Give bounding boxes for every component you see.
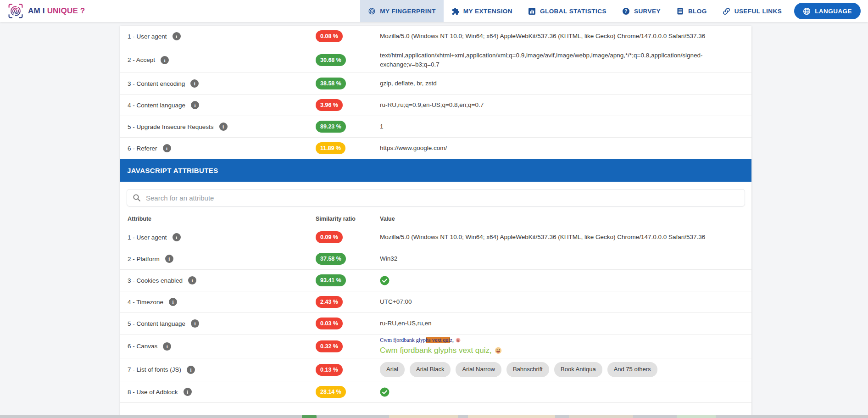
attribute-value: 1	[380, 118, 744, 135]
puzzle-icon	[451, 7, 459, 15]
font-chip: Arial Narrow	[456, 362, 501, 377]
table-row-user-agent: 1 - User agent i 0.08 % Mozilla/5.0 (Win…	[120, 26, 751, 47]
info-icon[interactable]: i	[161, 56, 169, 64]
column-header-similarity-ratio: Similarity ratio	[316, 216, 380, 222]
info-icon[interactable]: i	[184, 388, 192, 396]
blog-icon	[676, 7, 684, 15]
font-chip-more[interactable]: And 75 others	[607, 362, 657, 377]
info-icon[interactable]: i	[169, 298, 177, 306]
nav-item-label: MY FINGERPRINT	[380, 8, 436, 15]
attribute-label: 6 - Referer	[128, 145, 157, 152]
language-label: LANGUAGE	[815, 8, 852, 15]
svg-text:?: ?	[624, 8, 628, 14]
similarity-badge: 30.68 %	[316, 54, 346, 66]
table-row-content-encoding: 3 - Content encoding i 38.58 % gzip, def…	[120, 73, 751, 95]
smiley-emoji-icon	[456, 338, 461, 343]
partial-next-row-peek	[0, 415, 868, 418]
info-icon[interactable]: i	[190, 79, 199, 88]
fingerprint-panel: 1 - User agent i 0.08 % Mozilla/5.0 (Win…	[120, 26, 751, 418]
similarity-badge: 11.89 %	[316, 142, 345, 154]
similarity-badge: 37.58 %	[316, 253, 346, 265]
nav-item-survey[interactable]: ? SURVEY	[614, 0, 668, 22]
font-chip: Book Antiqua	[554, 362, 602, 377]
attribute-search	[127, 189, 745, 206]
attribute-value: https://www.google.com/	[380, 140, 744, 156]
search-area	[120, 182, 751, 210]
similarity-badge: 93.41 %	[316, 274, 346, 286]
info-icon[interactable]: i	[172, 32, 181, 40]
language-button[interactable]: LANGUAGE	[794, 3, 861, 19]
similarity-badge: 0.03 %	[316, 318, 343, 329]
similarity-badge: 0.08 %	[316, 30, 343, 42]
table-column-headers: Attribute Similarity ratio Value	[120, 210, 751, 227]
table-row-js-user-agent: 1 - User agent i 0.09 % Mozilla/5.0 (Win…	[120, 227, 751, 248]
attribute-label: 7 - List of fonts (JS)	[128, 366, 181, 373]
font-chip: Arial	[380, 362, 405, 377]
info-icon[interactable]: i	[163, 342, 171, 351]
table-row-js-cookies-enabled: 3 - Cookies enabled i 93.41 %	[120, 270, 751, 291]
table-row-js-content-language: 5 - Content language i 0.03 % ru-RU,en-U…	[120, 313, 751, 334]
table-row-upgrade-insecure-requests: 5 - Upgrade Insecure Requests i 89.23 % …	[120, 116, 751, 138]
similarity-badge: 0.32 %	[316, 340, 343, 352]
check-circle-icon	[380, 387, 389, 397]
canvas-highlight: hs vext qui	[426, 337, 450, 343]
nav-item-blog[interactable]: BLOG	[668, 0, 715, 22]
font-chip-list: Arial Arial Black Arial Narrow Bahnschri…	[380, 358, 744, 381]
table-row-js-timezone: 4 - Timezone i 2.43 % UTC+07:00	[120, 291, 751, 313]
similarity-badge: 38.58 %	[316, 78, 346, 89]
attribute-value: Win32	[380, 251, 744, 267]
brand-logo[interactable]: AM I UNIQUE ?	[0, 3, 85, 19]
search-icon	[133, 194, 141, 202]
font-chip: Arial Black	[410, 362, 451, 377]
table-row-content-language: 4 - Content language i 3.96 % ru-RU,ru;q…	[120, 95, 751, 116]
info-icon[interactable]: i	[188, 276, 196, 284]
top-navbar: AM I UNIQUE ? MY FINGERPRINT MY EXTENSIO…	[0, 0, 868, 22]
nav-item-my-fingerprint[interactable]: MY FINGERPRINT	[360, 0, 444, 22]
info-icon[interactable]: i	[191, 319, 199, 328]
canvas-test-line-small: Cwm fjordbank glyphs vext quiz,	[380, 336, 744, 344]
globe-icon	[803, 7, 811, 15]
canvas-test-line-large: Cwm fjordbank glyphs vext quiz,	[380, 345, 744, 357]
attribute-label: 4 - Timezone	[128, 299, 163, 306]
nav-item-useful-links[interactable]: USEFUL LINKS	[715, 0, 790, 22]
nav-item-global-statistics[interactable]: GLOBAL STATISTICS	[520, 0, 614, 22]
info-icon[interactable]: i	[219, 123, 228, 131]
table-row-referer: 6 - Referer i 11.89 % https://www.google…	[120, 138, 751, 159]
attribute-label: 2 - Platform	[128, 256, 160, 262]
font-chip: Bahnschrift	[506, 362, 549, 377]
chart-icon	[528, 7, 536, 15]
table-row-js-canvas: 6 - Canvas i 0.32 % Cwm fjordbank glyphs…	[120, 334, 751, 358]
info-icon[interactable]: i	[191, 101, 199, 109]
nav-item-label: USEFUL LINKS	[734, 8, 782, 15]
attribute-label: 4 - Content language	[128, 102, 185, 109]
similarity-badge: 2.43 %	[316, 296, 343, 308]
nav-item-my-extension[interactable]: MY EXTENSION	[444, 0, 520, 22]
brand-name: AM I UNIQUE ?	[28, 6, 85, 16]
nav-item-label: SURVEY	[634, 8, 661, 15]
similarity-badge: 0.13 %	[316, 364, 343, 376]
nav-item-label: BLOG	[688, 8, 707, 15]
attribute-label: 5 - Upgrade Insecure Requests	[128, 123, 214, 130]
partial-badge-peek	[302, 415, 317, 418]
javascript-attributes-table: 1 - User agent i 0.09 % Mozilla/5.0 (Win…	[120, 227, 751, 403]
info-icon[interactable]: i	[165, 255, 173, 263]
attribute-label: 1 - User agent	[128, 234, 167, 241]
attribute-label: 6 - Canvas	[128, 343, 157, 350]
info-icon[interactable]: i	[187, 366, 195, 374]
attribute-label: 3 - Cookies enabled	[128, 277, 183, 284]
info-icon[interactable]: i	[163, 144, 171, 152]
attribute-label: 2 - Accept	[128, 56, 155, 63]
search-input[interactable]	[146, 194, 739, 202]
table-row-js-use-of-adblock: 8 - Use of Adblock i 28.14 %	[120, 381, 751, 403]
nav-menu: MY FINGERPRINT MY EXTENSION GLOBAL STATI…	[360, 0, 868, 22]
similarity-badge: 3.96 %	[316, 99, 343, 111]
attribute-value: gzip, deflate, br, zstd	[380, 75, 744, 92]
info-icon[interactable]: i	[172, 233, 181, 241]
attribute-value: Mozilla/5.0 (Windows NT 10.0; Win64; x64…	[380, 229, 744, 245]
attribute-label: 3 - Content encoding	[128, 80, 185, 87]
question-icon: ?	[622, 7, 630, 15]
attribute-value: Mozilla/5.0 (Windows NT 10.0; Win64; x64…	[380, 28, 744, 45]
column-header-value: Value	[380, 216, 744, 222]
similarity-badge: 28.14 %	[316, 386, 346, 398]
similarity-badge: 0.09 %	[316, 231, 343, 243]
